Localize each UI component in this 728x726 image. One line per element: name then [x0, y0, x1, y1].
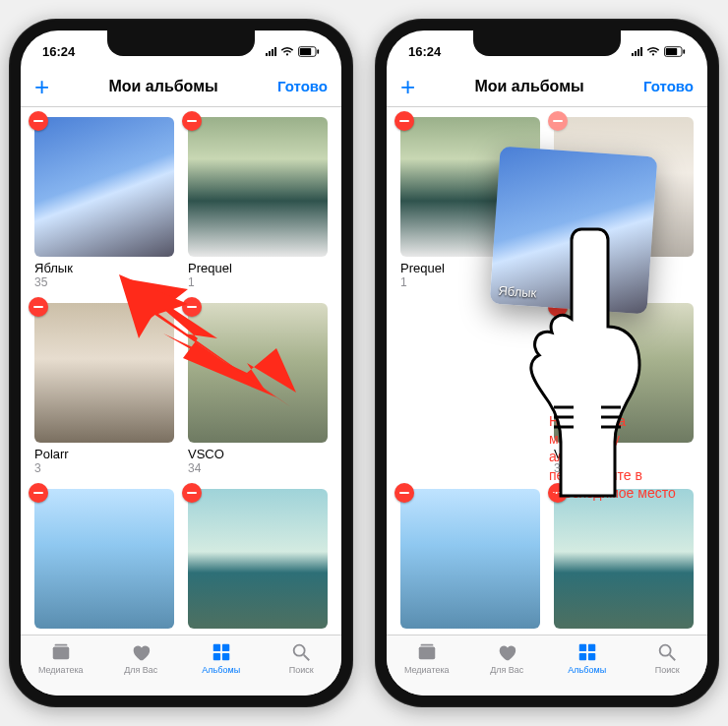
album-thumbnail[interactable]: [34, 303, 174, 443]
search-icon: [290, 641, 312, 663]
album-name: Snapseed: [554, 633, 694, 635]
tab-label: Медиатека: [404, 665, 450, 675]
tab-label: Для Вас: [490, 665, 523, 675]
tab-for-you[interactable]: Для Вас: [467, 641, 548, 675]
album-item[interactable]: Instagram 9: [400, 489, 540, 635]
tab-library[interactable]: Медиатека: [387, 641, 467, 675]
album-item[interactable]: Polarr 3: [34, 303, 174, 475]
tab-for-you[interactable]: Для Вас: [101, 641, 182, 675]
svg-rect-16: [683, 49, 685, 53]
status-time: 16:24: [42, 44, 75, 59]
svg-rect-8: [213, 644, 220, 651]
svg-rect-10: [213, 653, 220, 660]
svg-rect-11: [222, 653, 229, 660]
album-name: Prequel: [188, 261, 328, 275]
phone-right: 16:24 + Мои альбомы Готово Prequel 1: [375, 19, 719, 707]
album-item[interactable]: VSCO 34: [188, 303, 328, 475]
tab-albums[interactable]: Альбомы: [547, 641, 628, 675]
search-icon: [656, 641, 678, 663]
album-thumbnail: [400, 303, 540, 443]
album-thumbnail[interactable]: [554, 489, 694, 629]
nav-bar: + Мои альбомы Готово: [387, 66, 707, 107]
album-item[interactable]: Prequel 1: [188, 117, 328, 289]
notch: [107, 30, 255, 56]
for-you-icon: [496, 641, 517, 663]
tab-albums[interactable]: Альбомы: [181, 641, 262, 675]
delete-icon[interactable]: [182, 111, 202, 131]
album-item[interactable]: Яблык 35: [34, 117, 174, 289]
tab-search[interactable]: Поиск: [262, 641, 342, 675]
album-thumbnail[interactable]: [34, 489, 174, 629]
delete-icon[interactable]: [394, 483, 414, 503]
cellular-icon: [632, 47, 642, 56]
battery-icon: [664, 46, 686, 57]
album-count: 3: [34, 461, 174, 475]
svg-rect-15: [666, 47, 677, 54]
done-button[interactable]: Готово: [277, 78, 328, 94]
album-count: 34: [188, 461, 328, 475]
tab-label: Альбомы: [202, 665, 240, 675]
status-indicators: [266, 46, 320, 57]
tab-label: Поиск: [289, 665, 314, 675]
svg-line-13: [304, 655, 310, 661]
tab-label: Для Вас: [124, 665, 157, 675]
notch: [473, 30, 621, 56]
album-thumbnail[interactable]: [34, 117, 174, 257]
phone-left: 16:24 + Мои альбомы Готово Яблык 35: [9, 19, 353, 707]
for-you-icon: [130, 641, 152, 663]
svg-rect-25: [579, 644, 586, 651]
status-indicators: [632, 46, 686, 57]
delete-icon[interactable]: [182, 297, 202, 317]
wifi-icon: [646, 46, 660, 57]
finger-icon: [524, 225, 642, 501]
library-icon: [50, 641, 72, 663]
delete-icon[interactable]: [29, 297, 48, 317]
album-name: VSCO: [188, 447, 328, 461]
done-button[interactable]: Готово: [643, 78, 694, 94]
svg-rect-7: [54, 644, 67, 646]
album-name: Instagram: [400, 633, 540, 635]
svg-rect-1: [300, 47, 311, 54]
nav-title: Мои альбомы: [108, 78, 217, 95]
svg-rect-27: [579, 653, 586, 660]
delete-icon[interactable]: [394, 111, 414, 131]
album-name: Snapseed: [188, 633, 328, 635]
album-thumbnail[interactable]: [188, 117, 328, 257]
tab-label: Альбомы: [568, 665, 606, 675]
album-thumbnail[interactable]: [400, 489, 540, 629]
wifi-icon: [280, 46, 294, 57]
album-item[interactable]: Snapseed 9: [188, 489, 328, 635]
svg-rect-2: [317, 49, 319, 53]
svg-line-30: [670, 655, 676, 661]
battery-icon: [298, 46, 320, 57]
album-item[interactable]: Snapseed 9: [554, 489, 694, 635]
album-thumbnail[interactable]: [188, 489, 328, 629]
add-button[interactable]: +: [34, 74, 49, 99]
albums-grid: Яблык 35 Prequel 1 Polarr 3 VSCO 34: [34, 117, 328, 635]
tab-label: Медиатека: [38, 665, 84, 675]
albums-content: Prequel 1 VSCO 34: [387, 107, 707, 635]
svg-rect-28: [588, 653, 595, 660]
album-name: Яблык: [34, 261, 174, 275]
svg-rect-9: [222, 644, 229, 651]
tab-label: Поиск: [655, 665, 680, 675]
album-thumbnail[interactable]: [188, 303, 328, 443]
album-name: Instagram: [34, 633, 174, 635]
delete-icon[interactable]: [548, 111, 568, 131]
library-icon: [416, 641, 438, 663]
delete-icon[interactable]: [29, 111, 48, 131]
tab-library[interactable]: Медиатека: [21, 641, 101, 675]
svg-rect-6: [53, 647, 70, 660]
svg-point-12: [294, 645, 305, 656]
tab-bar: Медиатека Для Вас Альбомы Поиск: [21, 635, 341, 696]
add-button[interactable]: +: [400, 74, 415, 99]
album-name: Polarr: [34, 447, 174, 461]
delete-icon[interactable]: [29, 483, 48, 503]
tab-search[interactable]: Поиск: [628, 641, 708, 675]
cellular-icon: [266, 47, 276, 56]
tab-bar: Медиатека Для Вас Альбомы Поиск: [387, 635, 707, 696]
svg-rect-26: [588, 644, 595, 651]
svg-rect-24: [420, 644, 433, 646]
album-item[interactable]: Instagram 9: [34, 489, 174, 635]
delete-icon[interactable]: [182, 483, 202, 503]
